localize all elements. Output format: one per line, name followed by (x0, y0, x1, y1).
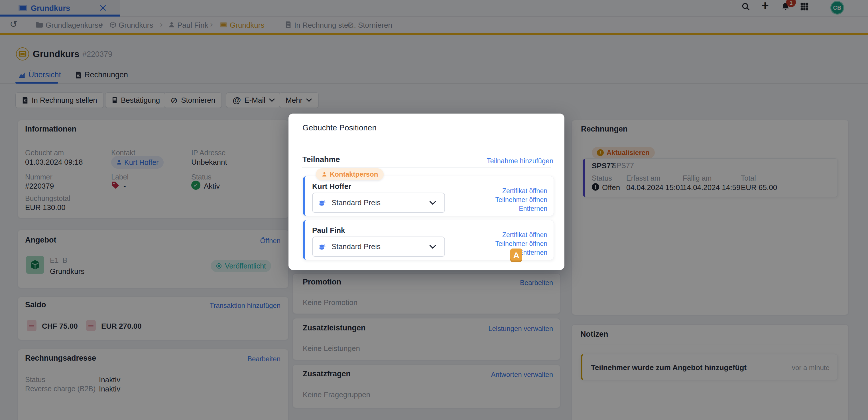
participant-name: Kurt Hoffer (312, 182, 351, 191)
add-participation-link[interactable]: Teilnahme hinzufügen (487, 157, 554, 165)
remove-link[interactable]: Entfernen (519, 249, 547, 256)
open-certificate-link[interactable]: Zertifikat öffnen (502, 231, 547, 239)
modal-section-title: Teilnahme (303, 155, 340, 164)
divider (302, 167, 551, 168)
remove-link[interactable]: Entfernen (519, 205, 547, 213)
participant-card: Kurt Hoffer Standard Preis Zertifikat öf… (303, 176, 554, 216)
modal-title: Gebuchte Positionen (303, 123, 377, 132)
participant-links: Zertifikat öffnen Teilnehmer öffnen Entf… (495, 187, 547, 213)
coins-icon (318, 243, 327, 251)
divider (302, 140, 551, 140)
chevron-down-icon (429, 245, 436, 249)
price-select[interactable]: Standard Preis (312, 193, 445, 213)
open-certificate-link[interactable]: Zertifikat öffnen (502, 187, 547, 195)
person-icon (321, 171, 327, 177)
som-marker-a: A (510, 249, 522, 262)
participant-name: Paul Fink (312, 226, 345, 235)
open-participant-link[interactable]: Teilnehmer öffnen (495, 196, 547, 204)
coins-icon (318, 199, 327, 207)
contact-person-badge: Kontaktperson (316, 168, 384, 180)
open-participant-link[interactable]: Teilnehmer öffnen (495, 240, 547, 248)
chevron-down-icon (429, 201, 436, 205)
price-select[interactable]: Standard Preis (312, 236, 445, 257)
gebuchte-positionen-modal: Gebuchte Positionen Teilnahme Teilnahme … (288, 114, 564, 270)
